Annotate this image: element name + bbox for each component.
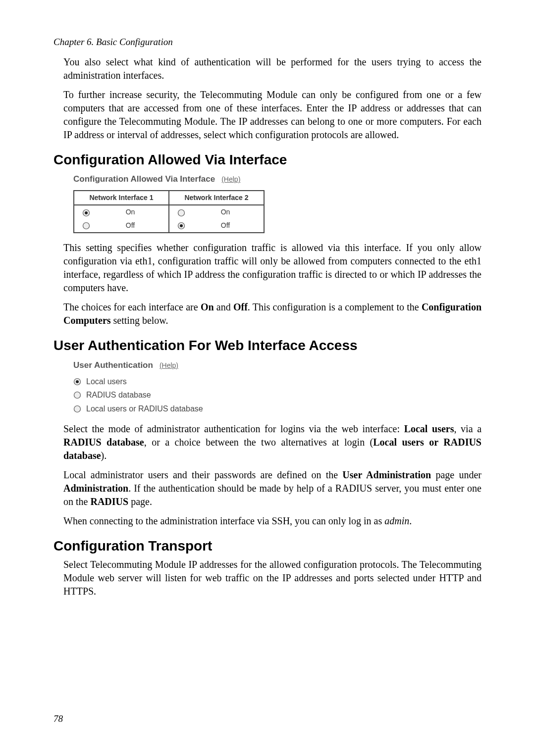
radio-selected-icon (177, 222, 185, 230)
radio-radius-database[interactable]: RADIUS database (73, 390, 482, 401)
radio-unselected-icon (82, 222, 90, 230)
page-number: 78 (54, 712, 63, 725)
user-auth-figure: User Authentication (Help) (73, 358, 482, 373)
user-auth-fig-title: User Authentication (73, 360, 153, 371)
svg-point-8 (74, 392, 81, 399)
section2-para-c: When connecting to the administration in… (63, 514, 482, 528)
help-link[interactable]: (Help) (160, 361, 178, 369)
section-heading-user-auth: User Authentication For Web Interface Ac… (54, 336, 482, 355)
section-heading-config-allowed: Configuration Allowed Via Interface (54, 151, 482, 169)
help-link[interactable]: (Help) (221, 175, 240, 183)
radio-unselected-icon (177, 209, 185, 217)
section1-para-b: The choices for each interface are On an… (63, 301, 482, 327)
radio-iface1-off[interactable] (74, 219, 98, 233)
user-auth-options: Local users RADIUS database Local users … (73, 376, 482, 414)
label-iface1-off: Off (98, 219, 169, 233)
label-iface2-on: On (193, 205, 264, 219)
radio-selected-icon (82, 209, 90, 217)
table-header-iface2: Network Interface 2 (169, 191, 264, 205)
radio-unselected-icon (73, 391, 81, 399)
radio-iface2-on[interactable] (169, 205, 193, 219)
svg-point-3 (83, 223, 90, 229)
section2-para-a: Select the mode of administrator authent… (63, 422, 482, 462)
intro-para-2: To further increase security, the Teleco… (63, 88, 482, 142)
radio-label: Local users or RADIUS database (86, 403, 203, 414)
radio-label: RADIUS database (86, 390, 151, 401)
section3-para-a: Select Telecommuting Module IP addresses… (63, 558, 482, 598)
section-heading-config-transport: Configuration Transport (54, 537, 482, 555)
svg-point-7 (76, 380, 79, 383)
radio-selected-icon (73, 378, 81, 386)
section1-para-a: This setting specifies whether configura… (63, 241, 482, 295)
interface-table: Network Interface 1 Network Interface 2 … (73, 190, 265, 233)
label-iface2-off: Off (193, 219, 264, 233)
label-iface1-on: On (98, 205, 169, 219)
radio-label: Local users (86, 376, 127, 387)
svg-point-1 (85, 211, 88, 214)
svg-point-2 (178, 209, 185, 216)
radio-iface1-on[interactable] (74, 205, 98, 219)
intro-para-1: You also select what kind of authenticat… (63, 55, 482, 82)
radio-local-or-radius[interactable]: Local users or RADIUS database (73, 403, 482, 414)
table-header-iface1: Network Interface 1 (74, 191, 169, 205)
svg-point-5 (180, 224, 183, 227)
section2-para-b: Local administrator users and their pass… (63, 468, 482, 508)
config-allowed-figure: Configuration Allowed Via Interface (Hel… (73, 172, 482, 233)
svg-point-9 (74, 405, 81, 412)
chapter-header: Chapter 6. Basic Configuration (54, 36, 482, 49)
radio-local-users[interactable]: Local users (73, 376, 482, 387)
radio-iface2-off[interactable] (169, 219, 193, 233)
config-allowed-fig-title: Configuration Allowed Via Interface (73, 174, 215, 185)
radio-unselected-icon (73, 405, 81, 413)
